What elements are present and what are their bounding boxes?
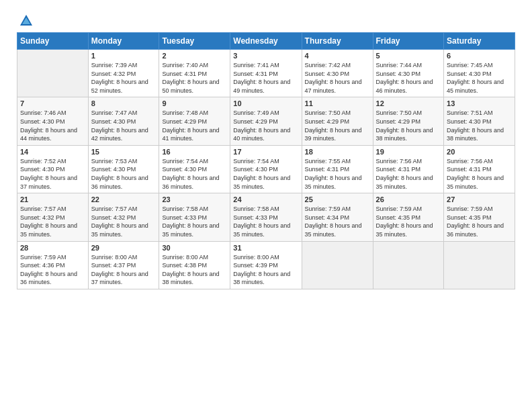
calendar-week-4: 21Sunrise: 7:57 AMSunset: 4:32 PMDayligh… — [17, 193, 515, 241]
day-number: 7 — [20, 99, 85, 107]
day-number: 1 — [91, 52, 157, 60]
calendar-cell: 10Sunrise: 7:49 AMSunset: 4:29 PMDayligh… — [230, 97, 302, 145]
day-info: Sunrise: 7:44 AMSunset: 4:30 PMDaylight:… — [376, 61, 441, 95]
col-header-thursday: Thursday — [302, 33, 373, 50]
day-number: 21 — [20, 195, 85, 203]
day-info: Sunrise: 7:39 AMSunset: 4:32 PMDaylight:… — [91, 61, 157, 95]
day-info: Sunrise: 7:54 AMSunset: 4:30 PMDaylight:… — [162, 157, 227, 191]
calendar-cell — [302, 241, 373, 289]
col-header-friday: Friday — [373, 33, 444, 50]
day-info: Sunrise: 7:58 AMSunset: 4:33 PMDaylight:… — [162, 205, 227, 238]
day-info: Sunrise: 7:47 AMSunset: 4:30 PMDaylight:… — [91, 109, 157, 142]
day-number: 10 — [233, 99, 298, 107]
logo — [17, 13, 34, 26]
day-number: 29 — [91, 244, 157, 252]
calendar-cell — [373, 241, 444, 289]
day-number: 11 — [305, 99, 370, 107]
day-info: Sunrise: 7:42 AMSunset: 4:30 PMDaylight:… — [305, 61, 370, 95]
day-number: 14 — [20, 148, 85, 156]
day-number: 20 — [447, 148, 512, 156]
col-header-sunday: Sunday — [17, 33, 89, 50]
day-info: Sunrise: 7:59 AMSunset: 4:35 PMDaylight:… — [447, 205, 512, 238]
day-info: Sunrise: 7:56 AMSunset: 4:31 PMDaylight:… — [447, 157, 512, 191]
day-info: Sunrise: 7:56 AMSunset: 4:31 PMDaylight:… — [376, 157, 441, 191]
calendar-cell: 6Sunrise: 7:45 AMSunset: 4:30 PMDaylight… — [444, 50, 515, 97]
day-info: Sunrise: 8:00 AMSunset: 4:38 PMDaylight:… — [162, 253, 227, 287]
day-info: Sunrise: 7:53 AMSunset: 4:30 PMDaylight:… — [91, 157, 157, 191]
day-info: Sunrise: 7:48 AMSunset: 4:29 PMDaylight:… — [162, 109, 227, 142]
day-number: 8 — [91, 99, 157, 107]
calendar-cell: 22Sunrise: 7:57 AMSunset: 4:32 PMDayligh… — [88, 193, 159, 241]
day-number: 28 — [20, 244, 85, 252]
day-info: Sunrise: 7:59 AMSunset: 4:36 PMDaylight:… — [20, 253, 85, 287]
calendar-cell — [17, 50, 89, 97]
day-info: Sunrise: 7:50 AMSunset: 4:29 PMDaylight:… — [376, 109, 441, 142]
calendar-cell: 17Sunrise: 7:54 AMSunset: 4:30 PMDayligh… — [230, 145, 302, 193]
col-header-saturday: Saturday — [444, 33, 515, 50]
day-number: 18 — [305, 148, 370, 156]
calendar-week-5: 28Sunrise: 7:59 AMSunset: 4:36 PMDayligh… — [17, 241, 515, 289]
day-number: 22 — [91, 195, 157, 203]
calendar-week-3: 14Sunrise: 7:52 AMSunset: 4:30 PMDayligh… — [17, 145, 515, 193]
calendar-cell: 27Sunrise: 7:59 AMSunset: 4:35 PMDayligh… — [444, 193, 515, 241]
day-info: Sunrise: 7:54 AMSunset: 4:30 PMDaylight:… — [233, 157, 298, 191]
calendar-cell — [444, 241, 515, 289]
day-number: 4 — [305, 52, 370, 60]
day-info: Sunrise: 7:57 AMSunset: 4:32 PMDaylight:… — [20, 205, 85, 238]
calendar-cell: 30Sunrise: 8:00 AMSunset: 4:38 PMDayligh… — [159, 241, 230, 289]
day-info: Sunrise: 7:52 AMSunset: 4:30 PMDaylight:… — [20, 157, 85, 191]
calendar-cell: 26Sunrise: 7:59 AMSunset: 4:35 PMDayligh… — [373, 193, 444, 241]
col-header-tuesday: Tuesday — [159, 33, 230, 50]
calendar-header-row: SundayMondayTuesdayWednesdayThursdayFrid… — [17, 33, 515, 50]
day-info: Sunrise: 8:00 AMSunset: 4:37 PMDaylight:… — [91, 253, 157, 287]
calendar-cell: 13Sunrise: 7:51 AMSunset: 4:30 PMDayligh… — [444, 97, 515, 145]
day-number: 26 — [376, 195, 441, 203]
calendar-cell: 16Sunrise: 7:54 AMSunset: 4:30 PMDayligh… — [159, 145, 230, 193]
calendar-cell: 21Sunrise: 7:57 AMSunset: 4:32 PMDayligh… — [17, 193, 89, 241]
day-number: 19 — [376, 148, 441, 156]
calendar-cell: 31Sunrise: 8:00 AMSunset: 4:39 PMDayligh… — [230, 241, 302, 289]
logo-icon — [19, 13, 34, 28]
calendar-week-1: 1Sunrise: 7:39 AMSunset: 4:32 PMDaylight… — [17, 50, 515, 97]
calendar-cell: 7Sunrise: 7:46 AMSunset: 4:30 PMDaylight… — [17, 97, 89, 145]
calendar-cell: 24Sunrise: 7:58 AMSunset: 4:33 PMDayligh… — [230, 193, 302, 241]
day-number: 5 — [376, 52, 441, 60]
day-number: 23 — [162, 195, 227, 203]
day-info: Sunrise: 7:49 AMSunset: 4:29 PMDaylight:… — [233, 109, 298, 142]
day-number: 25 — [305, 195, 370, 203]
day-number: 16 — [162, 148, 227, 156]
calendar-cell: 8Sunrise: 7:47 AMSunset: 4:30 PMDaylight… — [88, 97, 159, 145]
day-number: 24 — [233, 195, 298, 203]
day-info: Sunrise: 7:51 AMSunset: 4:30 PMDaylight:… — [447, 109, 512, 142]
col-header-monday: Monday — [88, 33, 159, 50]
calendar-cell: 20Sunrise: 7:56 AMSunset: 4:31 PMDayligh… — [444, 145, 515, 193]
calendar-cell: 9Sunrise: 7:48 AMSunset: 4:29 PMDaylight… — [159, 97, 230, 145]
calendar-cell: 15Sunrise: 7:53 AMSunset: 4:30 PMDayligh… — [88, 145, 159, 193]
calendar-cell: 1Sunrise: 7:39 AMSunset: 4:32 PMDaylight… — [88, 50, 159, 97]
day-info: Sunrise: 7:59 AMSunset: 4:35 PMDaylight:… — [376, 205, 441, 238]
day-info: Sunrise: 7:46 AMSunset: 4:30 PMDaylight:… — [20, 109, 85, 142]
day-number: 27 — [447, 195, 512, 203]
day-info: Sunrise: 7:45 AMSunset: 4:30 PMDaylight:… — [447, 61, 512, 95]
day-info: Sunrise: 7:50 AMSunset: 4:29 PMDaylight:… — [305, 109, 370, 142]
day-info: Sunrise: 7:55 AMSunset: 4:31 PMDaylight:… — [305, 157, 370, 191]
day-number: 12 — [376, 99, 441, 107]
calendar-cell: 3Sunrise: 7:41 AMSunset: 4:31 PMDaylight… — [230, 50, 302, 97]
calendar-cell: 23Sunrise: 7:58 AMSunset: 4:33 PMDayligh… — [159, 193, 230, 241]
day-number: 13 — [447, 99, 512, 107]
calendar-cell: 18Sunrise: 7:55 AMSunset: 4:31 PMDayligh… — [302, 145, 373, 193]
calendar-week-2: 7Sunrise: 7:46 AMSunset: 4:30 PMDaylight… — [17, 97, 515, 145]
day-info: Sunrise: 8:00 AMSunset: 4:39 PMDaylight:… — [233, 253, 298, 287]
calendar-cell: 4Sunrise: 7:42 AMSunset: 4:30 PMDaylight… — [302, 50, 373, 97]
day-info: Sunrise: 7:41 AMSunset: 4:31 PMDaylight:… — [233, 61, 298, 95]
calendar-cell: 11Sunrise: 7:50 AMSunset: 4:29 PMDayligh… — [302, 97, 373, 145]
page: SundayMondayTuesdayWednesdayThursdayFrid… — [0, 0, 532, 411]
day-number: 9 — [162, 99, 227, 107]
calendar-cell: 2Sunrise: 7:40 AMSunset: 4:31 PMDaylight… — [159, 50, 230, 97]
header — [17, 13, 515, 26]
day-number: 3 — [233, 52, 298, 60]
day-number: 6 — [447, 52, 512, 60]
calendar-cell: 19Sunrise: 7:56 AMSunset: 4:31 PMDayligh… — [373, 145, 444, 193]
day-number: 17 — [233, 148, 298, 156]
calendar-cell: 14Sunrise: 7:52 AMSunset: 4:30 PMDayligh… — [17, 145, 89, 193]
